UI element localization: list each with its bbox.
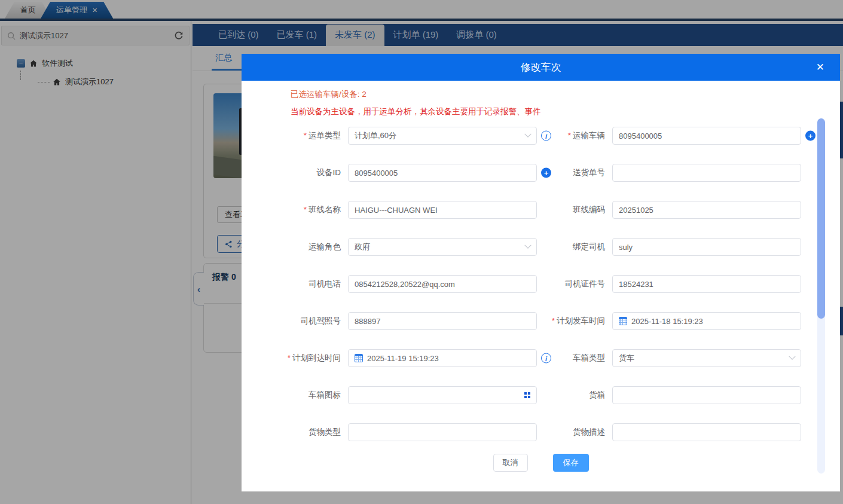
cargo-desc-label: 货物描述 (544, 427, 605, 438)
bound-driver-field-wrap: suly (612, 238, 801, 256)
transport-vehicle-value: 8095400005 (619, 132, 795, 140)
transport-vehicle-field-wrap: 8095400005+ (612, 127, 801, 145)
route-code-value: 20251025 (619, 206, 795, 215)
delivery-note-no-input[interactable] (612, 164, 801, 182)
selected-devices-notice: 已选运输车辆/设备: 2 (291, 89, 840, 100)
calendar-icon (355, 354, 363, 362)
driver-license-no-label: 司机驾照号 (253, 316, 341, 326)
planned-arrival-time-value: 2025-11-19 15:19:23 (367, 354, 530, 363)
transport-role-field-wrap: 政府 (348, 238, 537, 256)
driver-license-no-field-wrap: 888897 (348, 312, 537, 330)
carriage-type-label: 车箱类型 (544, 353, 605, 364)
driver-id-no-field-wrap: 18524231 (612, 275, 801, 293)
carriage-type-value: 货车 (619, 353, 786, 364)
route-name-field-wrap: HAIGU---CHUAGN WEI (348, 201, 537, 219)
driver-phone-label: 司机电话 (253, 279, 341, 289)
driver-license-no-input[interactable]: 888897 (348, 312, 537, 330)
driver-id-no-value: 18524231 (619, 280, 795, 289)
chevron-down-icon (524, 242, 531, 249)
save-button[interactable]: 保存 (553, 454, 589, 472)
planned-arrival-time-date[interactable]: 2025-11-19 15:19:23 (348, 349, 537, 367)
cargo-desc-input[interactable] (612, 423, 801, 441)
delivery-note-no-field-wrap (612, 164, 801, 182)
transport-vehicle-label: *运输车辆 (544, 130, 605, 141)
carriage-icon-field-wrap (348, 386, 537, 404)
app-screen: 首页 运单管理 ✕ − 软件测试 (0, 0, 843, 504)
add-icon[interactable]: + (541, 168, 551, 178)
route-name-label: *班线名称 (253, 204, 341, 215)
cargo-type-input[interactable] (348, 423, 537, 441)
calendar-icon (619, 317, 627, 325)
planned-arrival-time-field-wrap: 2025-11-19 15:19:23i (348, 349, 537, 367)
device-id-input[interactable]: 8095400005 (348, 164, 537, 182)
device-id-value: 8095400005 (355, 169, 530, 178)
scrollbar-thumb[interactable] (817, 118, 825, 319)
primary-device-notice: 当前设备为主设备，用于运单分析，其余设备主要用于记录报警、事件 (291, 106, 840, 117)
route-name-value: HAIGU---CHUAGN WEI (355, 206, 530, 215)
driver-license-no-value: 888897 (355, 317, 530, 326)
required-mark: * (304, 205, 307, 214)
cargo-box-input[interactable] (612, 386, 801, 404)
planned-arrival-time-label: *计划到达时间 (253, 353, 341, 364)
planned-departure-time-field-wrap: 2025-11-18 15:19:23 (612, 312, 801, 330)
cargo-type-field-wrap (348, 423, 537, 441)
driver-phone-value: 0854212528,20522@qq.com (355, 280, 530, 289)
route-code-input[interactable]: 20251025 (612, 201, 801, 219)
close-icon[interactable]: ✕ (816, 61, 824, 74)
trip-form: *运单类型计划单,60分i*运输车辆8095400005+设备ID8095400… (253, 127, 840, 441)
carriage-type-field-wrap: 货车 (612, 349, 801, 367)
cancel-button[interactable]: 取消 (493, 454, 528, 472)
transport-role-value: 政府 (355, 242, 521, 252)
info-icon[interactable]: i (541, 131, 551, 141)
waybill-type-field-wrap: 计划单,60分i (348, 127, 537, 145)
carriage-type-select[interactable]: 货车 (612, 349, 801, 367)
required-mark: * (552, 316, 555, 325)
cargo-desc-field-wrap (612, 423, 801, 441)
add-icon[interactable]: + (805, 131, 815, 141)
carriage-icon-input[interactable] (348, 386, 537, 404)
modal-title: 修改车次 (521, 60, 561, 74)
chevron-down-icon (524, 131, 531, 138)
route-code-label: 班线编码 (544, 204, 605, 215)
driver-id-no-label: 司机证件号 (544, 279, 605, 289)
grid-picker-icon[interactable] (524, 392, 530, 398)
chevron-down-icon (789, 353, 795, 360)
planned-departure-time-date[interactable]: 2025-11-18 15:19:23 (612, 312, 801, 330)
transport-role-select[interactable]: 政府 (348, 238, 537, 256)
info-icon[interactable]: i (541, 353, 551, 364)
driver-phone-field-wrap: 0854212528,20522@qq.com (348, 275, 537, 293)
modal-buttons: 取消 保存 (242, 454, 840, 472)
required-mark: * (288, 353, 291, 362)
modal-body: 已选运输车辆/设备: 2 当前设备为主设备，用于运单分析，其余设备主要用于记录报… (242, 81, 840, 491)
waybill-type-value: 计划单,60分 (355, 130, 521, 141)
driver-phone-input[interactable]: 0854212528,20522@qq.com (348, 275, 537, 293)
driver-id-no-input[interactable]: 18524231 (612, 275, 801, 293)
route-code-field-wrap: 20251025 (612, 201, 801, 219)
cargo-type-label: 货物类型 (253, 427, 341, 438)
bound-driver-value: suly (619, 243, 795, 252)
modal-scrollbar[interactable] (817, 118, 825, 474)
edit-trip-modal: 修改车次 ✕ 已选运输车辆/设备: 2 当前设备为主设备，用于运单分析，其余设备… (242, 54, 840, 491)
planned-departure-time-value: 2025-11-18 15:19:23 (631, 317, 795, 326)
required-mark: * (568, 131, 571, 140)
modal-header: 修改车次 ✕ (242, 54, 840, 81)
bound-driver-input[interactable]: suly (612, 238, 801, 256)
device-id-label: 设备ID (253, 167, 341, 178)
delivery-note-no-label: 送货单号 (544, 167, 605, 178)
cargo-box-field-wrap (612, 386, 801, 404)
carriage-icon-label: 车箱图标 (253, 390, 341, 401)
device-id-field-wrap: 8095400005+ (348, 164, 537, 182)
waybill-type-select[interactable]: 计划单,60分 (348, 127, 537, 145)
bound-driver-label: 绑定司机 (544, 242, 605, 252)
required-mark: * (304, 131, 307, 140)
planned-departure-time-label: *计划发车时间 (544, 316, 605, 326)
transport-vehicle-input[interactable]: 8095400005 (612, 127, 801, 145)
cargo-box-label: 货箱 (544, 390, 605, 401)
waybill-type-label: *运单类型 (253, 130, 341, 141)
route-name-input[interactable]: HAIGU---CHUAGN WEI (348, 201, 537, 219)
transport-role-label: 运输角色 (253, 242, 341, 252)
